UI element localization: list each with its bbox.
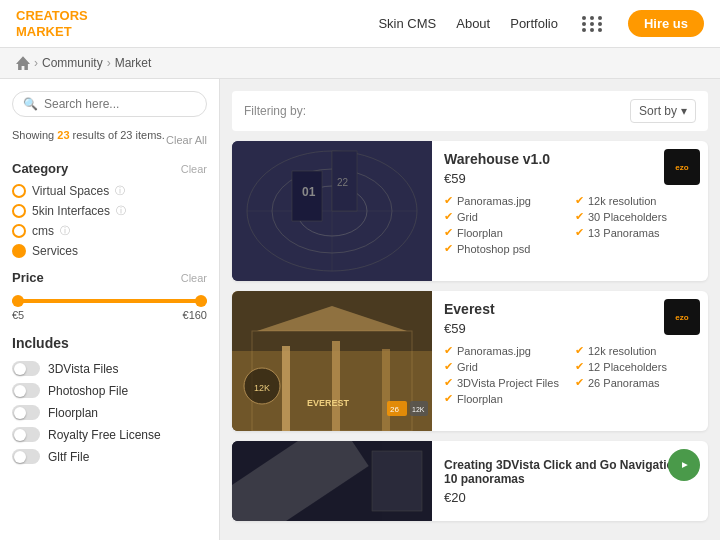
category-header: Category Clear [12,161,207,176]
svg-text:22: 22 [337,177,349,188]
svg-text:26: 26 [390,405,399,414]
radio-virtual-spaces[interactable] [12,184,26,198]
svg-rect-14 [332,341,340,431]
product-price-warehouse: €59 [444,171,696,186]
filter-virtual-spaces[interactable]: Virtual Spaces ⓘ [12,184,207,198]
toggle-photoshop-switch[interactable] [12,383,40,398]
product-badge-everest: ezo [664,299,700,335]
search-icon: 🔍 [23,97,38,111]
check-icon: ✔ [444,194,453,207]
toggle-gltf-label: Gltf File [48,450,89,464]
check-icon: ✔ [444,242,453,255]
breadcrumb-market[interactable]: Market [115,56,152,70]
check-icon: ✔ [575,360,584,373]
radio-services[interactable] [12,244,26,258]
product-image-warehouse: 01 22 [232,141,432,281]
product-title-warehouse: Warehouse v1.0 [444,151,696,167]
product-badge-warehouse: ezo [664,149,700,185]
feature-item: ✔12k resolution [575,344,696,357]
content-area: Filtering by: Sort by ▾ 01 22 [220,79,720,540]
breadcrumb-sep-2: › [107,56,111,70]
filtering-label: Filtering by: [244,104,306,118]
feature-item: ✔Grid [444,360,565,373]
hire-button[interactable]: Hire us [628,10,704,37]
filter-label: 5kin Interfaces [32,204,110,218]
product-price-creating: €20 [444,490,696,505]
check-icon: ✔ [575,376,584,389]
nav-skin-cms[interactable]: Skin CMS [378,16,436,31]
search-box[interactable]: 🔍 [12,91,207,117]
toggle-royalty: Royalty Free License [12,427,207,442]
feature-item: ✔26 Panoramas [575,376,696,389]
feature-item: ✔13 Panoramas [575,226,696,239]
check-icon: ✔ [444,376,453,389]
category-clear-button[interactable]: Clear [181,163,207,175]
filter-bar: Filtering by: Sort by ▾ [232,91,708,131]
svg-text:EVEREST: EVEREST [307,398,350,408]
price-title: Price [12,270,44,285]
check-icon: ✔ [575,194,584,207]
breadcrumb-sep-1: › [34,56,38,70]
check-icon: ✔ [444,210,453,223]
price-range-labels: €5 €160 [12,309,207,321]
product-info-warehouse: Warehouse v1.0 €59 ✔Panoramas.jpg ✔12k r… [432,141,708,281]
feature-item: ✔Photoshop psd [444,242,565,255]
check-icon: ✔ [444,344,453,357]
feature-item: ✔Floorplan [444,392,565,405]
feature-item: ✔3DVista Project Files [444,376,565,389]
feature-item: ✔Panoramas.jpg [444,344,565,357]
toggle-royalty-switch[interactable] [12,427,40,442]
grid-dots-icon[interactable] [582,16,604,32]
feature-item: ✔Grid [444,210,565,223]
clear-all-button[interactable]: Clear All [166,134,207,146]
product-info-everest: Everest €59 ✔Panoramas.jpg ✔12k resoluti… [432,291,708,431]
breadcrumb: › Community › Market [0,48,720,79]
check-icon: ✔ [575,226,584,239]
showing-count: 23 [57,129,69,141]
product-card-everest[interactable]: EVEREST 12K 26 12K Everest €59 ✔Panorama… [232,291,708,431]
toggle-3dvista-switch[interactable] [12,361,40,376]
price-header: Price Clear [12,270,207,285]
product-info-creating: Creating 3DVista Click and Go Navigation… [432,441,708,521]
toggle-3dvista: 3DVista Files [12,361,207,376]
svg-rect-13 [282,346,290,431]
svg-rect-15 [382,349,390,431]
toggle-photoshop-label: Photoshop File [48,384,128,398]
nav-portfolio[interactable]: Portfolio [510,16,558,31]
feature-item: ✔12 Placeholders [575,360,696,373]
toggle-gltf-switch[interactable] [12,449,40,464]
breadcrumb-community[interactable]: Community [42,56,103,70]
filter-label: cms [32,224,54,238]
chevron-down-icon: ▾ [681,104,687,118]
product-price-everest: €59 [444,321,696,336]
product-card-creating[interactable]: Creating 3DVista Click and Go Navigation… [232,441,708,521]
toggle-floorplan-switch[interactable] [12,405,40,420]
sort-dropdown[interactable]: Sort by ▾ [630,99,696,123]
slider-thumb-right[interactable] [195,295,207,307]
main-layout: 🔍 Showing 23 results of 23 items. Clear … [0,79,720,540]
filter-cms[interactable]: cms ⓘ [12,224,207,238]
price-min: €5 [12,309,24,321]
radio-5kin[interactable] [12,204,26,218]
search-input[interactable] [44,97,196,111]
logo[interactable]: CREATORS MARKET [16,8,88,39]
nav-about[interactable]: About [456,16,490,31]
filter-5kin[interactable]: 5kin Interfaces ⓘ [12,204,207,218]
price-clear-button[interactable]: Clear [181,272,207,284]
radio-cms[interactable] [12,224,26,238]
home-icon[interactable] [16,56,30,70]
sidebar: 🔍 Showing 23 results of 23 items. Clear … [0,79,220,540]
filter-services[interactable]: Services [12,244,207,258]
product-features-warehouse: ✔Panoramas.jpg ✔12k resolution ✔Grid ✔30… [444,194,696,255]
info-icon: ⓘ [115,184,125,198]
product-card-warehouse[interactable]: 01 22 Warehouse v1.0 €59 ✔Panoramas.jpg … [232,141,708,281]
slider-thumb-left[interactable] [12,295,24,307]
product-title-creating: Creating 3DVista Click and Go Navigation… [444,458,696,486]
toggle-gltf: Gltf File [12,449,207,464]
check-icon: ✔ [444,392,453,405]
svg-text:01: 01 [302,185,316,199]
filter-label: Virtual Spaces [32,184,109,198]
check-icon: ✔ [575,210,584,223]
info-icon: ⓘ [60,224,70,238]
price-slider-track[interactable] [12,299,207,303]
